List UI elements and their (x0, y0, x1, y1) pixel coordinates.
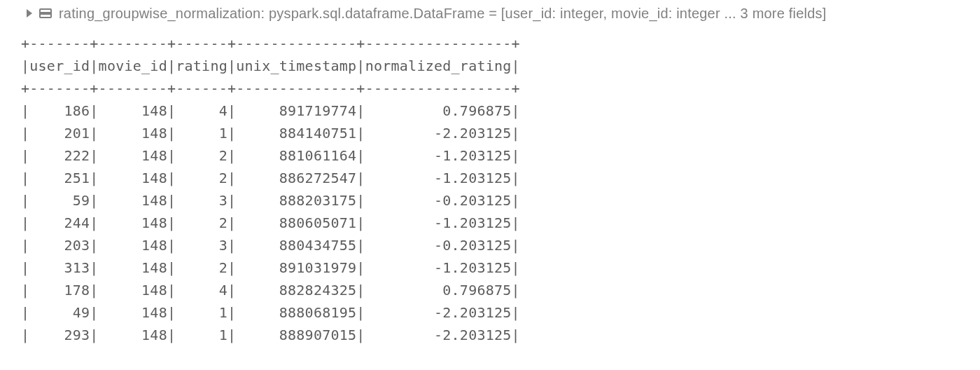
table-row: | 244| 148| 2| 880605071| -1.203125| (21, 212, 980, 234)
table-row: | 313| 148| 2| 891031979| -1.203125| (21, 256, 980, 279)
table-row: | 251| 148| 2| 886272547| -1.203125| (21, 167, 980, 189)
table-separator: +-------+--------+------+--------------+… (21, 32, 980, 55)
table-separator: +-------+--------+------+--------------+… (21, 77, 980, 100)
table-row: | 222| 148| 2| 881061164| -1.203125| (21, 144, 980, 167)
schema-text: rating_groupwise_normalization: pyspark.… (59, 3, 826, 24)
expand-triangle-icon[interactable] (27, 9, 32, 18)
variable-name: rating_groupwise_normalization: (59, 6, 265, 21)
dataframe-schema-line: rating_groupwise_normalization: pyspark.… (21, 0, 980, 28)
dataframe-show-output: +-------+--------+------+--------------+… (21, 28, 980, 346)
variable-type: pyspark.sql.dataframe.DataFrame = [user_… (269, 6, 827, 21)
table-row: | 293| 148| 1| 888907015| -2.203125| (21, 324, 980, 346)
table-row: | 178| 148| 4| 882824325| 0.796875| (21, 279, 980, 301)
table-row: | 201| 148| 1| 884140751| -2.203125| (21, 122, 980, 144)
table-row: | 203| 148| 3| 880434755| -0.203125| (21, 234, 980, 256)
table-row: | 59| 148| 3| 888203175| -0.203125| (21, 189, 980, 212)
table-row: | 49| 148| 1| 888068195| -2.203125| (21, 301, 980, 324)
table-row: | 186| 148| 4| 891719774| 0.796875| (21, 100, 980, 122)
table-icon[interactable] (39, 8, 52, 18)
output-cell: rating_groupwise_normalization: pyspark.… (0, 0, 980, 353)
table-header-row: |user_id|movie_id|rating|unix_timestamp|… (21, 55, 980, 77)
